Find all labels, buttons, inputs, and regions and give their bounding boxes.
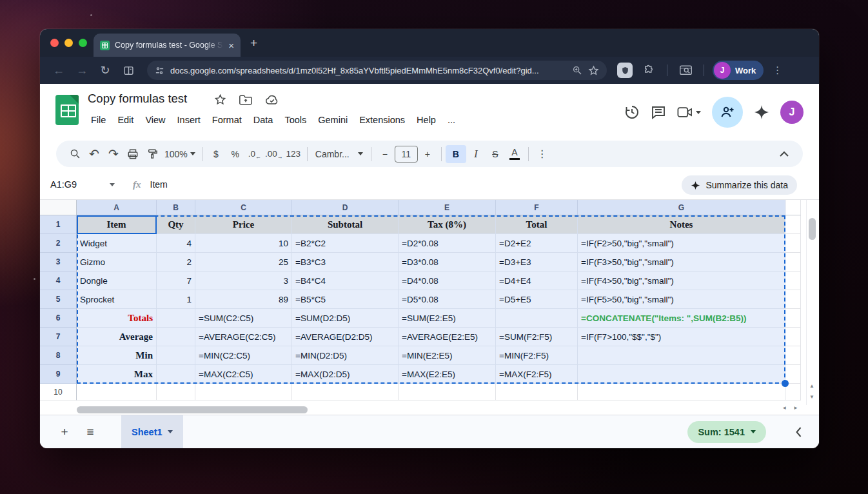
sum-badge[interactable]: Sum: 1541 [687,421,766,443]
cell-B9[interactable] [157,365,195,384]
name-box[interactable]: A1:G9 [50,179,115,190]
cell-D7[interactable]: =AVERAGE(D2:D5) [292,328,399,346]
horizontal-scrollbar-thumb[interactable] [77,406,308,413]
reload-icon[interactable]: ↻ [95,63,115,77]
version-history-icon[interactable] [624,104,640,120]
cell-E5[interactable]: =D5*0.08 [399,290,496,309]
join-call-button[interactable] [677,106,701,119]
site-info-icon[interactable] [155,66,164,75]
cell-G10[interactable] [578,384,785,400]
menu-tools[interactable]: Tools [279,112,312,128]
zoom-select[interactable]: 100% [162,145,198,163]
minimize-window-button[interactable] [64,39,73,47]
cell-G1[interactable]: Notes [578,215,785,234]
cell-E2[interactable]: =D2*0.08 [399,234,496,253]
cell-C5[interactable]: 89 [195,290,292,309]
column-header-G[interactable]: G [578,200,785,215]
cell-D2[interactable]: =B2*C2 [292,234,399,253]
row-header-4[interactable]: 4 [40,272,77,290]
cell-A10[interactable] [77,384,157,400]
column-header-F[interactable]: F [496,200,578,215]
vertical-scrollbar-thumb[interactable] [809,218,816,240]
cell-E10[interactable] [399,384,496,400]
forward-icon[interactable]: → [72,64,92,77]
cell-C9[interactable]: =MAX(C2:C5) [195,365,292,384]
show-side-panel-icon[interactable] [795,427,802,437]
cell-E9[interactable]: =MAX(E2:E5) [399,365,496,384]
cell-C7[interactable]: =AVERAGE(C2:C5) [195,328,292,346]
move-to-folder-icon[interactable] [239,94,252,106]
cell-E8[interactable]: =MIN(E2:E5) [399,346,496,365]
cell-C2[interactable]: 10 [195,234,292,253]
browser-tab[interactable]: Copy formulas test - Google S × [94,34,241,57]
row-header-1[interactable]: 1 [40,215,77,234]
cell-partial[interactable] [785,234,801,253]
decrease-decimal-button[interactable]: .0← [245,145,264,163]
strikethrough-button[interactable]: S [486,145,505,163]
cell-A1[interactable]: Item [77,215,157,234]
cell-F1[interactable]: Total [496,215,578,234]
column-header-C[interactable]: C [195,200,292,215]
cell-F2[interactable]: =D2+E2 [496,234,578,253]
summarize-data-button[interactable]: Summarize this data [682,175,797,195]
cell-F9[interactable]: =MAX(F2:F5) [496,365,578,384]
cell-partial[interactable] [785,215,801,234]
row-header-8[interactable]: 8 [40,346,77,365]
cell-G5[interactable]: =IF(F5>50,"big","small") [578,290,785,309]
cell-E6[interactable]: =SUM(E2:E5) [399,309,496,328]
cell-G7[interactable]: =IF(F7>100,"$$","$") [578,328,785,346]
close-window-button[interactable] [50,39,59,47]
cell-D6[interactable]: =SUM(D2:D5) [292,309,399,328]
italic-button[interactable]: I [466,145,486,163]
cell-F3[interactable]: =D3+E3 [496,253,578,272]
cell-D8[interactable]: =MIN(D2:D5) [292,346,399,365]
row-header-3[interactable]: 3 [40,253,77,272]
menu-extensions[interactable]: Extensions [353,112,411,128]
row-header-7[interactable]: 7 [40,328,77,346]
cell-A9[interactable]: Max [77,365,157,384]
account-avatar[interactable]: J [780,101,804,124]
row-header-5[interactable]: 5 [40,290,77,309]
menu-help[interactable]: Help [411,112,442,128]
cell-G8[interactable] [578,346,785,365]
cell-E1[interactable]: Tax (8%) [399,215,496,234]
increase-font-size-button[interactable]: + [418,145,437,163]
cell-C4[interactable]: 3 [195,272,292,290]
cell-A6[interactable]: Totals [77,309,157,328]
star-document-icon[interactable] [214,94,226,106]
cell-G6[interactable]: =CONCATENATE("Items: ",SUM(B2:B5)) [578,309,785,328]
format-percent-button[interactable]: % [226,145,245,163]
url-text[interactable]: docs.google.com/spreadsheets/d/1mz0l52Hf… [170,66,566,75]
share-button[interactable] [712,97,743,128]
comments-icon[interactable] [651,104,666,120]
vertical-scroll-arrows[interactable]: ▲▼ [806,380,818,402]
cell-B6[interactable] [157,309,195,328]
menu-view[interactable]: View [139,112,171,128]
more-toolbar-icon[interactable]: ⋮ [533,145,552,163]
cell-F4[interactable]: =D4+E4 [496,272,578,290]
row-header-2[interactable]: 2 [40,234,77,253]
vertical-scrollbar[interactable] [806,200,818,405]
all-sheets-icon[interactable]: ≡ [77,425,103,439]
font-select[interactable]: Cambr... [311,145,367,163]
cell-E3[interactable]: =D3*0.08 [399,253,496,272]
tab-search-icon[interactable] [676,65,695,76]
cell-D10[interactable] [292,384,399,400]
add-sheet-button[interactable]: + [52,425,77,439]
cell-F6[interactable] [496,309,578,328]
increase-decimal-button[interactable]: .00→ [264,145,284,163]
cell-F7[interactable]: =SUM(F2:F5) [496,328,578,346]
print-icon[interactable] [123,145,143,163]
cell-B1[interactable]: Qty [157,215,195,234]
zoom-window-button[interactable] [79,39,87,47]
cell-partial[interactable] [785,384,801,400]
cell-C10[interactable] [195,384,292,400]
text-color-button[interactable]: A [505,145,524,163]
new-tab-button[interactable]: + [250,36,257,50]
cell-G3[interactable]: =IF(F3>50,"big","small") [578,253,785,272]
redo-icon[interactable]: ↷ [104,145,123,163]
cell-A8[interactable]: Min [77,346,157,365]
menu-[interactable]: ... [442,112,461,128]
select-all-corner[interactable] [40,200,77,215]
cell-B5[interactable]: 1 [157,290,195,309]
